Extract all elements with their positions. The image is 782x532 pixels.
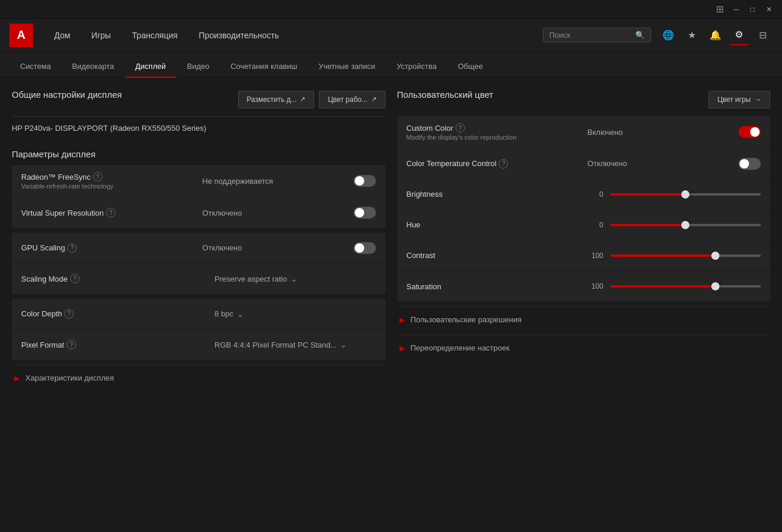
scaling-mode-dropdown[interactable]: Preserve aspect ratio ⌄ xyxy=(215,274,375,283)
brightness-label: Brightness xyxy=(407,190,587,199)
custom-resolutions-expand[interactable]: ▶ Пользовательские разрешения xyxy=(397,306,771,332)
freesync-toggle-knob xyxy=(355,176,364,186)
brightness-thumb[interactable] xyxy=(681,190,689,199)
custom-resolutions-label: Пользовательские разрешения xyxy=(411,315,522,324)
tab-general[interactable]: Общее xyxy=(447,56,494,78)
display-characteristics-expand[interactable]: ▶ Характеристики дисплея xyxy=(12,365,385,391)
close-button[interactable]: ✕ xyxy=(761,2,777,16)
freesync-help-icon[interactable]: ? xyxy=(93,172,103,181)
color-temp-value: Отключено xyxy=(588,159,738,168)
contrast-value: 100 xyxy=(587,252,611,260)
saturation-label: Saturation xyxy=(407,282,587,291)
logo-text: A xyxy=(17,28,25,42)
custom-color-section: Custom Color ? Modify the display's colo… xyxy=(397,116,771,302)
tab-hotkeys[interactable]: Сочетания клавиш xyxy=(220,56,308,78)
custom-color-control xyxy=(738,126,761,138)
display-characteristics-label: Характеристики дисплея xyxy=(25,374,114,382)
minimize-button[interactable]: ─ xyxy=(728,2,744,16)
gpu-scaling-control xyxy=(354,242,376,254)
tab-devices[interactable]: Устройства xyxy=(386,56,447,78)
maximize-button[interactable]: □ xyxy=(744,2,761,16)
scaling-mode-dropdown-arrow: ⌄ xyxy=(291,274,298,283)
settings-section-2: GPU Scaling ? Отключено Scaling Mode ? xyxy=(12,233,385,294)
color-depth-value: 8 bpc ⌄ xyxy=(215,309,375,319)
search-input[interactable] xyxy=(549,31,632,39)
hue-thumb[interactable] xyxy=(681,221,689,229)
freesync-toggle[interactable] xyxy=(354,175,376,187)
scaling-mode-help-icon[interactable]: ? xyxy=(70,274,80,283)
vsr-help-icon[interactable]: ? xyxy=(106,208,116,217)
brightness-value: 0 xyxy=(587,190,611,199)
settings-section-3: Color Depth ? 8 bpc ⌄ Pixel Format ? xyxy=(12,299,385,360)
pixel-format-value: RGB 4:4:4 Pixel Format PC Stand... ⌄ xyxy=(215,340,375,349)
hue-slider[interactable] xyxy=(611,224,761,226)
header: A Дом Игры Трансляция Производительность… xyxy=(0,19,782,52)
settings-icon[interactable]: ⚙ xyxy=(729,25,749,45)
gpu-scaling-toggle[interactable] xyxy=(354,242,376,254)
custom-color-toggle[interactable] xyxy=(738,126,761,138)
scaling-mode-label: Scaling Mode ? xyxy=(21,274,215,283)
color-temp-label: Color Temperature Control ? xyxy=(407,159,588,168)
hue-fill xyxy=(611,224,686,226)
arrange-label: Разместить д... xyxy=(247,95,297,104)
gpu-scaling-help-icon[interactable]: ? xyxy=(67,243,77,253)
gpu-scaling-row: GPU Scaling ? Отключено xyxy=(12,233,385,263)
vsr-value: Отключено xyxy=(202,209,353,217)
notifications-icon[interactable]: 🔔 xyxy=(705,25,725,45)
tab-display[interactable]: Дисплей xyxy=(125,56,177,78)
override-settings-expand[interactable]: ▶ Переопределение настроек xyxy=(397,335,771,361)
color-temp-control xyxy=(738,158,761,170)
layout-icon[interactable]: ⊟ xyxy=(753,25,773,45)
custom-res-arrow-icon: ▶ xyxy=(400,316,405,324)
override-settings-label: Переопределение настроек xyxy=(411,343,510,352)
nav-streaming[interactable]: Трансляция xyxy=(123,26,187,45)
color-depth-help-icon[interactable]: ? xyxy=(64,309,74,319)
color-temp-row: Color Temperature Control ? Отключено xyxy=(397,148,771,179)
nav-performance[interactable]: Производительность xyxy=(189,26,288,45)
tab-accounts[interactable]: Учетные записи xyxy=(308,56,385,78)
color-temp-toggle[interactable] xyxy=(738,158,761,170)
left-panel: Общие настройки дисплея Разместить д... … xyxy=(12,90,385,520)
nav-home[interactable]: Дом xyxy=(45,26,80,45)
arrange-button[interactable]: Разместить д... ↗ xyxy=(238,91,315,108)
custom-color-sublabel: Modify the display's color reproduction xyxy=(407,134,588,141)
contrast-fill xyxy=(611,255,716,257)
override-arrow-icon: ▶ xyxy=(400,344,405,352)
custom-color-value: Включено xyxy=(588,128,738,137)
favorites-icon[interactable]: ★ xyxy=(682,25,702,45)
pixel-format-help-icon[interactable]: ? xyxy=(67,340,76,349)
color-temp-help-icon[interactable]: ? xyxy=(499,159,508,168)
contrast-label: Contrast xyxy=(407,251,587,260)
saturation-thumb[interactable] xyxy=(711,282,720,290)
tab-video[interactable]: Видео xyxy=(176,56,220,78)
contrast-thumb[interactable] xyxy=(711,252,720,260)
tab-system[interactable]: Система xyxy=(9,56,61,78)
game-color-button[interactable]: Цвет игры → xyxy=(708,91,770,108)
subnav: Система Видеокарта Дисплей Видео Сочетан… xyxy=(0,52,782,78)
nav-games[interactable]: Игры xyxy=(82,26,120,45)
tab-videocard[interactable]: Видеокарта xyxy=(61,56,124,78)
contrast-slider[interactable] xyxy=(611,255,761,257)
gpu-scaling-label: GPU Scaling ? xyxy=(21,243,202,253)
color-temp-toggle-knob xyxy=(740,159,749,168)
custom-color-help-icon[interactable]: ? xyxy=(456,123,465,133)
hue-row: Hue 0 xyxy=(397,210,771,240)
color-depth-label: Color Depth ? xyxy=(21,309,215,319)
brightness-fill xyxy=(611,193,686,196)
color-work-icon: ↗ xyxy=(371,95,377,103)
globe-icon[interactable]: 🌐 xyxy=(658,25,678,45)
brightness-slider[interactable] xyxy=(611,193,761,196)
logo[interactable]: A xyxy=(9,24,33,47)
color-depth-row: Color Depth ? 8 bpc ⌄ xyxy=(12,299,385,329)
saturation-slider[interactable] xyxy=(611,285,761,288)
pixel-format-dropdown[interactable]: RGB 4:4:4 Pixel Format PC Stand... ⌄ xyxy=(215,340,375,349)
vsr-toggle-knob xyxy=(355,208,364,217)
nav-items: Дом Игры Трансляция Производительность xyxy=(45,26,543,45)
color-depth-dropdown[interactable]: 8 bpc ⌄ xyxy=(215,309,375,319)
color-work-button[interactable]: Цвет рабо... ↗ xyxy=(319,91,385,108)
right-section-title: Пользовательский цвет xyxy=(397,90,493,100)
search-box[interactable]: 🔍 xyxy=(543,28,651,42)
scaling-mode-value: Preserve aspect ratio ⌄ xyxy=(215,274,375,283)
vsr-toggle[interactable] xyxy=(354,207,376,219)
expand-arrow-icon: ▶ xyxy=(14,374,19,382)
